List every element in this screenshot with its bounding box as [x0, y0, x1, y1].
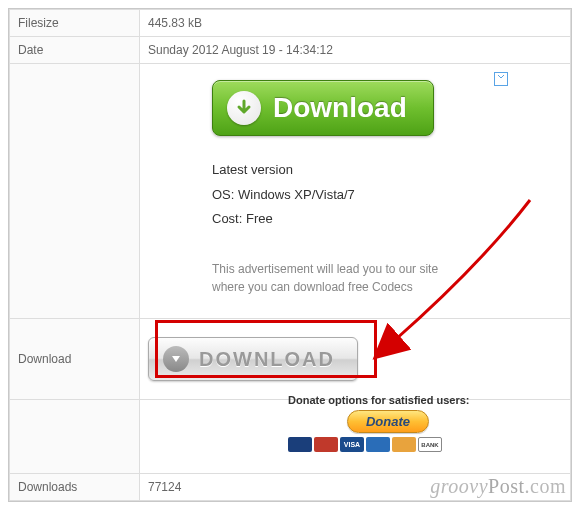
ad-footer2: where you can download free Codecs [212, 278, 498, 296]
row-date: Date Sunday 2012 August 19 - 14:34:12 [10, 37, 571, 64]
donate-section: Donate options for satisfied users: Dona… [288, 394, 488, 452]
row-download: Download DOWNLOAD [10, 319, 571, 400]
ad-download-label: Download [273, 92, 407, 124]
donate-button[interactable]: Donate [347, 410, 429, 433]
card-maestro-icon [288, 437, 312, 452]
real-download-label: DOWNLOAD [199, 348, 335, 371]
ad-cell: Download Latest version OS: Windows XP/V… [140, 64, 571, 319]
card-amex-icon [366, 437, 390, 452]
ad-line2: OS: Windows XP/Vista/7 [212, 183, 498, 208]
ad-options-icon[interactable] [494, 72, 508, 86]
date-value: Sunday 2012 August 19 - 14:34:12 [140, 37, 571, 64]
ad-line1: Latest version [212, 158, 498, 183]
download-triangle-icon [163, 346, 189, 372]
card-bank-icon: BANK [418, 437, 442, 452]
card-discover-icon [392, 437, 416, 452]
card-mastercard-icon [314, 437, 338, 452]
filesize-label: Filesize [10, 10, 140, 37]
ad-empty-label [10, 64, 140, 319]
ad-info-text: Latest version OS: Windows XP/Vista/7 Co… [212, 158, 498, 232]
watermark-post: Post [488, 475, 524, 497]
watermark-groovy: groovy [430, 475, 488, 497]
ad-download-button[interactable]: Download [212, 80, 434, 136]
donate-empty-label [10, 400, 140, 474]
date-label: Date [10, 37, 140, 64]
download-arrow-icon [227, 91, 261, 125]
ad-footer-text: This advertisement will lead you to our … [212, 260, 498, 296]
real-download-button[interactable]: DOWNLOAD [148, 337, 358, 381]
card-visa-icon: VISA [340, 437, 364, 452]
download-label: Download [10, 319, 140, 400]
download-cell: DOWNLOAD [140, 319, 571, 400]
filesize-value: 445.83 kB [140, 10, 571, 37]
watermark: groovyPost.com [430, 475, 566, 498]
ad-box: Download Latest version OS: Windows XP/V… [200, 70, 510, 312]
row-ad: Download Latest version OS: Windows XP/V… [10, 64, 571, 319]
ad-line3: Cost: Free [212, 207, 498, 232]
watermark-com: .com [525, 475, 566, 497]
donate-text: Donate options for satisfied users: [288, 394, 488, 406]
downloads-label: Downloads [10, 474, 140, 501]
row-filesize: Filesize 445.83 kB [10, 10, 571, 37]
ad-footer1: This advertisement will lead you to our … [212, 260, 498, 278]
payment-cards: VISA BANK [288, 437, 488, 452]
